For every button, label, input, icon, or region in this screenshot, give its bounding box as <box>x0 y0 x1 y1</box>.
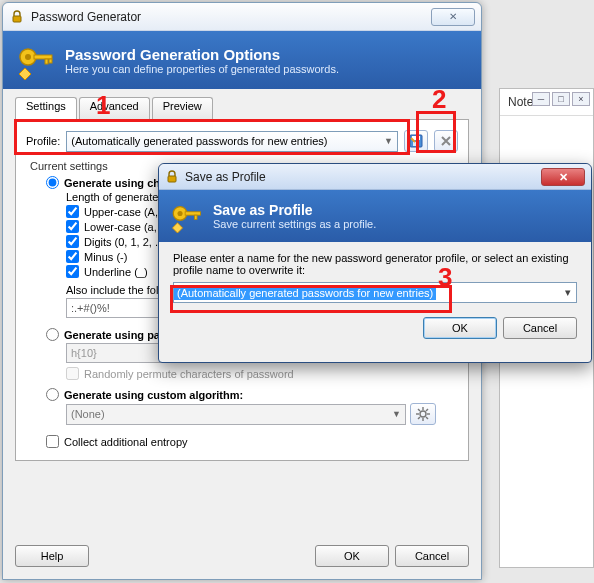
svg-rect-21 <box>185 212 200 215</box>
key-icon <box>15 40 55 80</box>
svg-rect-3 <box>34 55 52 59</box>
svg-point-2 <box>25 54 31 60</box>
svg-rect-5 <box>49 59 52 63</box>
key-icon <box>169 199 203 233</box>
radio-custom[interactable] <box>46 388 59 401</box>
tab-preview[interactable]: Preview <box>152 97 213 119</box>
bg-close-icon: × <box>572 92 590 106</box>
save-ok-button[interactable]: OK <box>423 317 497 339</box>
chevron-down-icon: ▾ <box>559 286 576 299</box>
chk-upper[interactable] <box>66 205 79 218</box>
svg-line-15 <box>426 417 428 419</box>
bg-max-icon: □ <box>552 92 570 106</box>
chk-minus[interactable] <box>66 250 79 263</box>
chk-underline[interactable] <box>66 265 79 278</box>
save-as-profile-dialog: Save as Profile ✕ Save as Profile Save c… <box>158 163 592 363</box>
svg-line-17 <box>418 417 420 419</box>
svg-point-20 <box>178 211 183 216</box>
gear-icon <box>416 407 430 421</box>
svg-rect-22 <box>195 215 198 219</box>
help-button[interactable]: Help <box>15 545 89 567</box>
chk-minus-label: Minus (-) <box>84 251 127 263</box>
profile-name-value: (Automatically generated passwords for n… <box>174 286 436 300</box>
chk-entropy[interactable] <box>46 435 59 448</box>
chevron-down-icon: ▼ <box>384 136 393 146</box>
chk-entropy-label: Collect additional entropy <box>64 436 188 448</box>
save-banner-subtitle: Save current settings as a profile. <box>213 218 376 230</box>
custom-algo-select[interactable]: (None) ▼ <box>66 404 406 425</box>
chk-underline-label: Underline (_) <box>84 266 148 278</box>
save-cancel-button[interactable]: Cancel <box>503 317 577 339</box>
bg-min-icon: ─ <box>532 92 550 106</box>
chk-digits-label: Digits (0, 1, 2, ...) <box>84 236 168 248</box>
lock-icon <box>165 170 179 184</box>
save-banner: Save as Profile Save current settings as… <box>159 190 591 242</box>
chk-lower[interactable] <box>66 220 79 233</box>
banner-subtitle: Here you can define properties of genera… <box>65 63 339 75</box>
tab-advanced[interactable]: Advanced <box>79 97 150 119</box>
banner: Password Generation Options Here you can… <box>3 31 481 89</box>
svg-point-9 <box>420 411 426 417</box>
radio-custom-label: Generate using custom algorithm: <box>64 389 243 401</box>
svg-rect-18 <box>168 176 176 182</box>
background-window-buttons: ─ □ × <box>532 92 590 106</box>
profile-value: (Automatically generated passwords for n… <box>71 135 327 147</box>
save-close-button[interactable]: ✕ <box>541 168 585 186</box>
tabs: Settings Advanced Preview <box>15 97 469 119</box>
tab-settings[interactable]: Settings <box>15 97 77 119</box>
banner-title: Password Generation Options <box>65 46 339 63</box>
x-icon <box>440 135 452 147</box>
profile-label: Profile: <box>26 135 60 147</box>
radio-charset[interactable] <box>46 176 59 189</box>
svg-rect-4 <box>45 59 48 64</box>
save-banner-title: Save as Profile <box>213 202 376 218</box>
lock-icon <box>9 9 25 25</box>
svg-line-14 <box>418 409 420 411</box>
radio-pattern[interactable] <box>46 328 59 341</box>
svg-line-16 <box>426 409 428 411</box>
cancel-button[interactable]: Cancel <box>395 545 469 567</box>
save-floppy-icon <box>409 134 423 148</box>
chk-permute <box>66 367 79 380</box>
save-titlebar[interactable]: Save as Profile ✕ <box>159 164 591 190</box>
window-title: Password Generator <box>31 10 431 24</box>
ok-button[interactable]: OK <box>315 545 389 567</box>
save-profile-button[interactable] <box>404 130 428 152</box>
window-close-button[interactable]: ✕ <box>431 8 475 26</box>
chk-permute-label: Randomly permute characters of password <box>84 368 294 380</box>
save-prompt: Please enter a name for the new password… <box>173 252 577 276</box>
svg-rect-0 <box>13 16 21 22</box>
titlebar[interactable]: Password Generator ✕ <box>3 3 481 31</box>
delete-profile-button[interactable] <box>434 130 458 152</box>
chevron-down-icon: ▼ <box>392 409 401 419</box>
save-window-title: Save as Profile <box>185 170 541 184</box>
profile-select[interactable]: (Automatically generated passwords for n… <box>66 131 398 152</box>
profile-name-combo[interactable]: (Automatically generated passwords for n… <box>173 282 577 303</box>
custom-algo-settings-button[interactable] <box>410 403 436 425</box>
svg-rect-8 <box>413 142 419 146</box>
chk-digits[interactable] <box>66 235 79 248</box>
